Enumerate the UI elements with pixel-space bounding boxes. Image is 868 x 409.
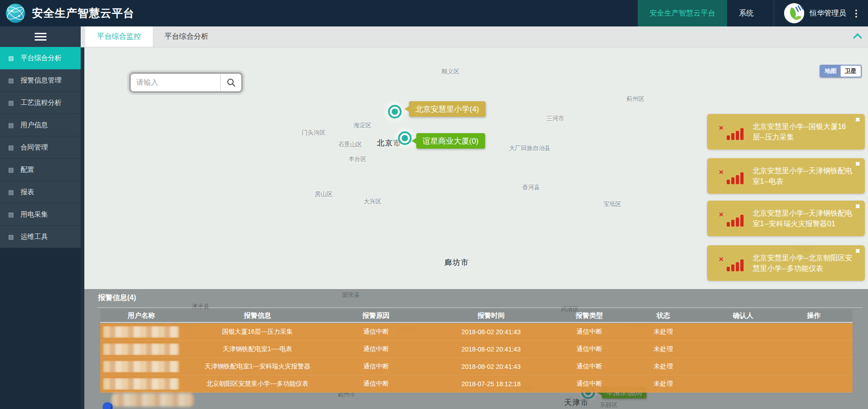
table-cell: 通信中断: [563, 345, 616, 353]
blurred-username: [103, 361, 179, 373]
top-navbar: 安全生产智慧云平台 安全生产智慧云平台系统 恒华管理员 ⋮: [0, 0, 868, 26]
map-marker-icon[interactable]: [400, 133, 410, 143]
search-button[interactable]: [220, 74, 241, 91]
sidebar: ▤平台综合分析▤报警信息管理▤工艺流程分析▤用户信息▤合同管理▤配置▤报表▤用电…: [0, 26, 81, 409]
table-cell: 天津钢铁配电室1----电表: [182, 345, 333, 353]
signal-bars-icon: [727, 172, 744, 184]
alert-card[interactable]: ×北京安慧里小学--北京朝阳区安慧里小学--多功能仪表✖: [707, 245, 865, 281]
sidebar-item-label: 报表: [21, 188, 34, 197]
alert-card[interactable]: ×北京安慧里小学--国银大厦16层--压力采集✖: [707, 114, 865, 150]
close-icon[interactable]: ✖: [855, 203, 860, 210]
map-type-toggle: 地图卫星: [820, 65, 862, 78]
table-row[interactable]: 北京朝阳区安慧里小学---多功能仪表通信中断2018-07-25 18:12:1…: [100, 375, 852, 393]
sidebar-collapse-button[interactable]: [0, 26, 81, 47]
no-signal-icon: ×: [719, 255, 744, 271]
map-label: 三河市: [547, 114, 564, 123]
content-tab[interactable]: 平台综合监控: [85, 26, 153, 47]
sidebar-item-label: 用户信息: [21, 121, 48, 129]
hamburger-icon: [35, 31, 46, 42]
alarm-table-header: 用户名称报警信息报警原因报警时间报警类型状态确认人操作: [100, 309, 852, 323]
alert-card[interactable]: ×北京安慧里小学--天津钢铁配电室1--安科瑞火灾报警器01✖: [707, 201, 865, 236]
map-label: 顺义区: [442, 67, 460, 76]
alert-card-text: 北京安慧里小学--天津钢铁配电室1--安科瑞火灾报警器01: [753, 208, 853, 229]
content-tabbar: 平台综合监控平台综合分析: [81, 26, 868, 47]
no-signal-icon: ×: [719, 210, 744, 227]
sidebar-item-label: 报警信息管理: [21, 76, 62, 85]
table-cell: 通信中断: [563, 362, 616, 371]
search-input[interactable]: [131, 74, 220, 91]
map-label: 石景山区: [338, 140, 362, 149]
blurred-username: [103, 378, 179, 390]
map-label: 门头沟区: [302, 129, 326, 137]
sidebar-item[interactable]: ▤用户信息: [0, 114, 81, 136]
menu-list-icon: ▤: [8, 211, 16, 218]
sidebar-item[interactable]: ▤配置: [0, 159, 81, 181]
map-marker-icon[interactable]: [390, 107, 400, 117]
signal-x-icon: ×: [719, 124, 723, 133]
sidebar-item[interactable]: ▤用电采集: [0, 203, 81, 226]
map-marker-bubble[interactable]: 北京安慧里小学(4): [409, 101, 486, 117]
sidebar-item[interactable]: ▤运维工具: [0, 226, 81, 248]
menu-list-icon: ▤: [8, 122, 16, 129]
blurred-username: [112, 393, 194, 407]
map-marker-bubble[interactable]: 谊星商业大厦(0): [416, 133, 485, 149]
menu-list-icon: ▤: [8, 55, 16, 62]
table-cell: 2018-08-02 20:41:43: [419, 328, 563, 336]
column-header: 报警原因: [333, 311, 419, 320]
close-icon[interactable]: ✖: [855, 248, 860, 254]
navbar-divider: [774, 0, 774, 26]
alarm-panel: 报警信息(4) 用户名称报警信息报警原因报警时间报警类型状态确认人操作 国银大厦…: [84, 289, 868, 409]
map-label: 大兴区: [364, 197, 382, 206]
signal-x-icon: ×: [719, 210, 723, 219]
alert-card[interactable]: ×北京安慧里小学--天津钢铁配电室1--电表✖: [707, 158, 865, 194]
alarm-panel-title: 报警信息(4): [98, 293, 136, 303]
satellite-view-button[interactable]: 卫星: [841, 66, 861, 77]
sidebar-item-label: 合同管理: [21, 143, 48, 152]
map-label: 廊坊市: [444, 258, 469, 268]
menu-list-icon: ▤: [8, 166, 16, 173]
table-row[interactable]: 天津钢铁配电室1---安科瑞火灾报警器通信中断2018-08-02 20:41:…: [100, 358, 852, 375]
table-cell: 通信中断: [563, 328, 616, 336]
sidebar-item-label: 用电采集: [21, 210, 48, 219]
close-icon[interactable]: ✖: [855, 116, 860, 123]
signal-bars-icon: [727, 128, 744, 140]
blurred-username: [103, 326, 179, 338]
panel-divider: [97, 307, 863, 308]
table-cell: 未处理: [615, 362, 711, 371]
table-cell: 通信中断: [333, 380, 419, 388]
sidebar-item[interactable]: ▤合同管理: [0, 136, 81, 159]
map-label: 海淀区: [354, 121, 372, 129]
avatar[interactable]: [784, 3, 804, 23]
map-view-button[interactable]: 地图: [821, 66, 841, 77]
sidebar-item-label: 平台综合分析: [21, 54, 62, 62]
sidebar-menu: ▤平台综合分析▤报警信息管理▤工艺流程分析▤用户信息▤合同管理▤配置▤报表▤用电…: [0, 47, 81, 248]
sidebar-item[interactable]: ▤报表: [0, 181, 81, 203]
signal-x-icon: ×: [719, 168, 723, 177]
alert-card-text: 北京安慧里小学--天津钢铁配电室1--电表: [753, 166, 853, 186]
menu-list-icon: ▤: [8, 77, 16, 84]
table-row[interactable]: 国银大厦16层---压力采集通信中断2018-08-02 20:41:43通信中…: [100, 323, 852, 341]
sidebar-item[interactable]: ▤工艺流程分析: [0, 92, 81, 114]
username-cell: [100, 343, 182, 355]
app-root: 安全生产智慧云平台 安全生产智慧云平台系统 恒华管理员 ⋮ ▤平台综合分析▤报警…: [0, 0, 868, 409]
table-cell: 未处理: [615, 345, 711, 353]
signal-bars-icon: [727, 259, 744, 271]
navbar-right: 安全生产智慧云平台系统 恒华管理员 ⋮: [638, 0, 868, 26]
table-cell: 通信中断: [563, 380, 616, 388]
table-row[interactable]: 天津钢铁配电室1----电表通信中断2018-08-02 20:41:43通信中…: [100, 341, 852, 358]
blurred-username: [103, 343, 179, 355]
content-tab[interactable]: 平台综合分析: [153, 26, 220, 47]
close-icon[interactable]: ✖: [855, 160, 860, 167]
table-cell: 通信中断: [333, 362, 419, 371]
signal-x-icon: ×: [719, 255, 723, 264]
sidebar-item[interactable]: ▤平台综合分析: [0, 47, 81, 69]
map-canvas[interactable]: 顺义区蓟州区三河市海淀区门头沟区石景山区北京市丰台区大厂回族自治县香河县宝坻区房…: [84, 47, 868, 409]
navbar-item[interactable]: 安全生产智慧云平台: [638, 0, 727, 26]
sidebar-item[interactable]: ▤报警信息管理: [0, 69, 81, 92]
signal-bars-icon: [727, 215, 744, 227]
sidebar-item-label: 工艺流程分析: [21, 98, 62, 107]
table-cell: 北京朝阳区安慧里小学---多功能仪表: [182, 380, 333, 388]
more-menu-icon[interactable]: ⋮: [852, 9, 861, 18]
navbar-menu: 安全生产智慧云平台系统: [638, 0, 765, 26]
navbar-item[interactable]: 系统: [727, 0, 765, 26]
